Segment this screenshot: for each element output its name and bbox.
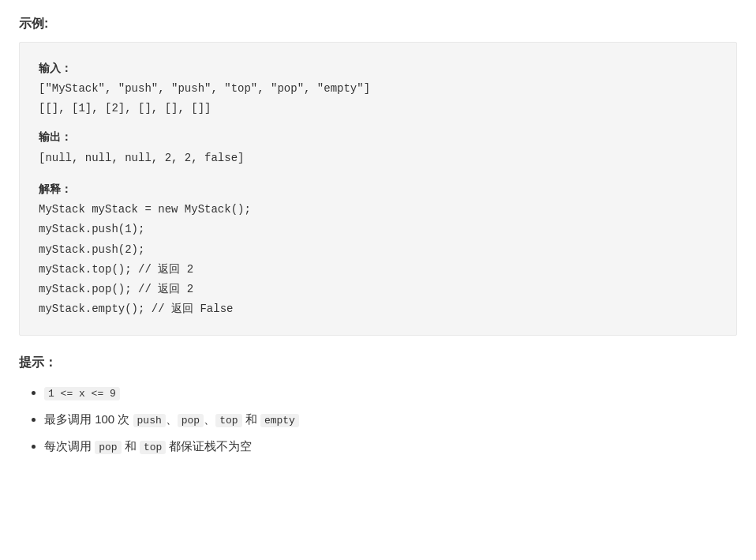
hint2-code4: empty: [260, 414, 299, 427]
hint2-code3: top: [215, 414, 241, 427]
hint3-code1: pop: [95, 441, 121, 454]
example-section-label: 示例:: [19, 16, 737, 32]
hint-item-3: 每次调用 pop 和 top 都保证栈不为空: [44, 434, 737, 458]
hints-list: 1 <= x <= 9 最多调用 100 次 push、pop、top 和 em…: [19, 381, 737, 458]
hint-item-1: 1 <= x <= 9: [44, 381, 737, 404]
input-label: 输入：: [39, 62, 72, 74]
hint-item-2: 最多调用 100 次 push、pop、top 和 empty: [44, 408, 737, 431]
input-line2: [[], [1], [2], [], [], []]: [39, 99, 717, 118]
input-line1: ["MyStack", "push", "push", "top", "pop"…: [39, 79, 717, 99]
hints-section-label: 提示：: [19, 355, 737, 371]
hints-section: 提示： 1 <= x <= 9 最多调用 100 次 push、pop、top …: [19, 355, 737, 458]
output-line1: [null, null, null, 2, 2, false]: [39, 148, 717, 168]
explanation-line6: myStack.empty(); // 返回 False: [39, 299, 717, 319]
hint3-code2: top: [140, 441, 166, 454]
output-label: 输出：: [39, 127, 717, 147]
code-block: 输入： ["MyStack", "push", "push", "top", "…: [19, 42, 737, 336]
hint1-code: 1 <= x <= 9: [44, 387, 120, 400]
hint2-code2: pop: [178, 414, 204, 427]
explanation-line5: myStack.pop(); // 返回 2: [39, 280, 717, 299]
explanation-line4: myStack.top(); // 返回 2: [39, 260, 717, 280]
explanation-line3: myStack.push(2);: [39, 240, 717, 260]
explanation-line1: MyStack myStack = new MyStack();: [39, 200, 717, 220]
explanation-label: 解释：: [39, 182, 72, 195]
hint2-code1: push: [133, 414, 166, 427]
explanation-line2: myStack.push(1);: [39, 220, 717, 239]
